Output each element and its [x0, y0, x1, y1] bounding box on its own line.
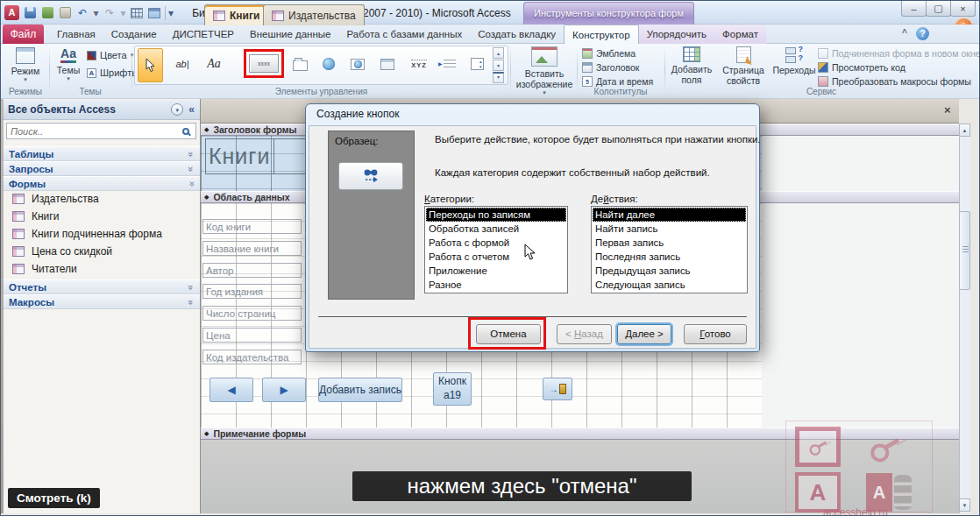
nav-item-knigi-subform[interactable]: Книги подчиненная форма: [3, 225, 200, 243]
undo-dropdown-icon[interactable]: ▾: [93, 6, 99, 20]
field-label[interactable]: Год издания: [202, 284, 302, 299]
scrollbar-down-icon[interactable]: ▼: [959, 498, 970, 512]
publish-icon[interactable]: [40, 6, 54, 20]
nav-group-forms[interactable]: Формы«: [3, 176, 200, 191]
form-title-cell[interactable]: [273, 138, 309, 174]
field-label[interactable]: Цена: [202, 328, 302, 343]
finish-button[interactable]: Готово: [684, 324, 747, 344]
property-sheet-button[interactable]: Страница свойств: [718, 46, 769, 86]
save-icon[interactable]: [23, 6, 37, 20]
access-logo-icon[interactable]: A: [4, 5, 19, 20]
navigation-control-icon[interactable]: [376, 53, 399, 75]
tab-new-tab[interactable]: Создать вкладку: [470, 25, 564, 44]
tab-format[interactable]: Формат: [714, 25, 766, 44]
manage-icon[interactable]: [58, 6, 72, 20]
action-item[interactable]: Первая запись: [593, 236, 746, 250]
undo-icon[interactable]: ↶: [75, 6, 89, 20]
category-item[interactable]: Обработка записей: [426, 222, 566, 236]
page-break-icon[interactable]: [439, 53, 460, 75]
logo-button[interactable]: Эмблема: [582, 48, 636, 59]
action-item[interactable]: Предыдущая запись: [593, 264, 746, 278]
category-item[interactable]: Приложение: [426, 264, 566, 278]
convert-macros-button[interactable]: Преобразовать макросы формы: [818, 76, 971, 87]
close-button[interactable]: ×: [950, 1, 976, 17]
option-group-xyz-icon[interactable]: XYZ: [406, 53, 432, 75]
add-fields-button[interactable]: Добавить поля: [668, 46, 715, 85]
search-icon[interactable]: [182, 128, 189, 135]
maximize-button[interactable]: ▢: [926, 1, 951, 17]
field-label[interactable]: Число страниц: [202, 306, 302, 321]
gallery-more-icon[interactable]: ▾: [493, 72, 504, 83]
date-time-button[interactable]: 5Дата и время: [582, 76, 653, 87]
insert-image-button[interactable]: Вставить изображение ▾: [514, 46, 575, 96]
view-button[interactable]: Режим ▾: [8, 47, 43, 83]
nav-menu-icon[interactable]: ▾: [171, 103, 183, 116]
ribbon-collapse-icon[interactable]: ^: [902, 28, 907, 38]
help-icon[interactable]: ?: [916, 27, 929, 40]
tab-arrange[interactable]: Упорядочить: [639, 25, 714, 44]
colors-button[interactable]: Цвета▾: [87, 50, 133, 60]
tab-dispatcher[interactable]: ДИСПЕТЧЕР: [165, 25, 242, 44]
form-view-icon[interactable]: [147, 6, 161, 20]
search-input[interactable]: [7, 126, 182, 137]
hyperlink-globe-icon[interactable]: [318, 53, 339, 75]
themes-button[interactable]: Aa Темы ▾: [53, 47, 83, 82]
action-item[interactable]: Следующая запись: [593, 278, 746, 292]
action-item[interactable]: Найти запись: [593, 222, 746, 236]
select-pointer-icon[interactable]: [138, 48, 163, 82]
field-label[interactable]: Автор: [202, 263, 302, 278]
tab-external-data[interactable]: Внешние данные: [242, 25, 338, 44]
category-item[interactable]: Работа с формой: [426, 236, 566, 250]
category-item[interactable]: Переходы по записям: [426, 208, 566, 222]
tab-file[interactable]: Файл: [3, 25, 44, 44]
nav-group-queries[interactable]: Запросы»: [3, 161, 200, 176]
label-control-icon[interactable]: Aa: [201, 53, 227, 75]
field-label[interactable]: Код издательства: [202, 350, 302, 364]
category-item[interactable]: Разное: [426, 278, 566, 292]
field-label[interactable]: Код книги: [202, 219, 302, 234]
categories-listbox[interactable]: Переходы по записям Обработка записей Ра…: [424, 206, 568, 293]
document-tab-izdatelstva[interactable]: Издательства: [263, 4, 365, 25]
action-item[interactable]: Последняя запись: [593, 250, 746, 264]
tab-control-icon[interactable]: [288, 53, 311, 75]
combo-box-icon[interactable]: ▴▾: [465, 53, 488, 75]
actions-listbox[interactable]: Найти далее Найти запись Первая запись П…: [591, 206, 748, 293]
title-button[interactable]: Заголовок: [582, 62, 639, 73]
minimize-button[interactable]: –: [901, 1, 927, 17]
collapse-pane-icon[interactable]: «: [188, 103, 195, 116]
textbox-control-icon[interactable]: ab|: [169, 53, 195, 75]
gallery-scroll-up-icon[interactable]: ▴: [493, 47, 504, 59]
nav-group-macros[interactable]: Макросы»: [3, 294, 200, 309]
close-document-icon[interactable]: ×: [944, 103, 951, 117]
button19[interactable]: Кнопка19: [433, 372, 472, 406]
field-label[interactable]: Название книги: [202, 241, 302, 256]
scrollbar-up-icon[interactable]: ▲: [959, 124, 970, 137]
nav-item-knigi[interactable]: Книги: [3, 208, 200, 225]
document-tab-knigi[interactable]: Книги: [204, 4, 268, 25]
tab-home[interactable]: Главная: [49, 25, 103, 44]
next-button[interactable]: Далее >: [617, 324, 671, 344]
record-next-button[interactable]: ▶: [262, 378, 306, 402]
nav-group-tables[interactable]: Таблицы»: [3, 146, 200, 161]
tab-order-button[interactable]: ?? Переходы: [772, 46, 816, 75]
form-title-label[interactable]: Книги: [205, 138, 274, 174]
vertical-scrollbar[interactable]: [959, 124, 970, 513]
nav-item-chitateli[interactable]: Читатели: [3, 260, 200, 278]
category-item[interactable]: Работа с отчетом: [426, 250, 566, 264]
record-prev-button[interactable]: ◀: [209, 378, 253, 402]
nav-pane-header[interactable]: Все объекты Access ▾ «: [3, 100, 200, 120]
scrollbar-thumb[interactable]: [959, 211, 970, 290]
web-browser-control-icon[interactable]: [346, 53, 369, 75]
nav-item-izdatelstva[interactable]: Издательства: [3, 190, 200, 208]
tab-design[interactable]: Конструктор: [564, 25, 639, 45]
nav-item-cena-so-skidkoy[interactable]: Цена со скидкой: [3, 243, 200, 260]
action-item[interactable]: Найти далее: [593, 208, 746, 222]
nav-group-reports[interactable]: Отчеты»: [3, 279, 200, 294]
view-code-button[interactable]: Просмотреть код: [818, 62, 905, 73]
datasheet-icon[interactable]: [130, 6, 144, 20]
gallery-scroll-down-icon[interactable]: ▾: [493, 60, 504, 71]
add-record-button[interactable]: Добавить запись: [318, 378, 402, 402]
tab-create[interactable]: Создание: [103, 25, 165, 44]
exit-button[interactable]: →: [543, 378, 572, 400]
tab-database-tools[interactable]: Работа с базами данных: [338, 25, 470, 44]
